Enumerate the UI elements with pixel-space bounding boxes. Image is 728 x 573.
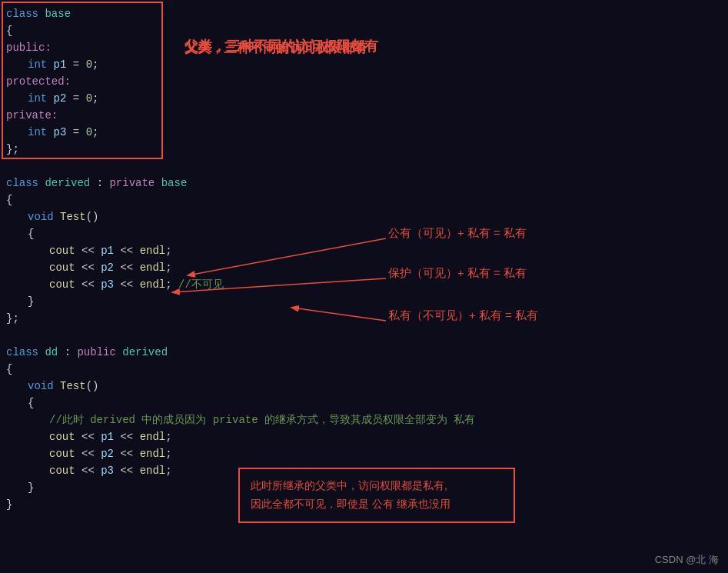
line-int-p3: int p3 = 0; — [0, 125, 728, 142]
base-derived-name: derived — [122, 345, 168, 361]
endl-dd-3: endl — [140, 463, 166, 480]
comment-dd: //此时 derived 中的成员因为 private 的继承方式，导致其成员权… — [49, 412, 475, 429]
line-comment-dd: //此时 derived 中的成员因为 private 的继承方式，导致其成员权… — [0, 412, 728, 429]
semi-p1: ; — [92, 57, 98, 74]
line-close-dd: } — [0, 497, 728, 514]
op-eq-p3: = — [66, 125, 85, 142]
semi-cout3: ; — [165, 277, 178, 294]
op-dd-4: << — [114, 446, 140, 463]
op-dd-6: << — [114, 463, 140, 480]
keyword-private: private: — [6, 108, 58, 125]
op-5: << — [75, 277, 101, 294]
line-open-test1: { — [0, 226, 728, 243]
var-p1: p1 — [54, 57, 67, 74]
op-2: << — [114, 243, 140, 260]
class-name-base: base — [45, 6, 71, 23]
class-name-dd: dd — [45, 345, 58, 361]
main-container: class base { public: int p1 = 0; protect… — [0, 0, 728, 573]
keyword-public: public: — [6, 40, 52, 57]
comment-invisible: //不可见 — [178, 277, 224, 294]
func-test1: Test — [60, 209, 86, 226]
line-cout-p1: cout << p1 << endl; — [0, 243, 728, 260]
cout-2: cout — [49, 260, 75, 277]
semi-cout1: ; — [165, 243, 171, 260]
num-0-p3: 0 — [86, 125, 92, 142]
brace-close-semi-base: }; — [6, 142, 19, 158]
parens-test1: () — [86, 209, 99, 226]
keyword-int-p3: int — [28, 125, 54, 142]
op-dd-2: << — [114, 429, 140, 446]
num-0-p1: 0 — [86, 57, 92, 74]
op-dd-1: << — [75, 429, 101, 446]
class-name-derived: derived — [45, 175, 90, 192]
cout-1: cout — [49, 243, 75, 260]
keyword-class: class — [6, 6, 45, 23]
line-class-derived: class derived : private base — [0, 175, 728, 192]
keyword-void-1: void — [28, 209, 60, 226]
op-1: << — [75, 243, 101, 260]
colon-derived: : — [90, 175, 109, 192]
endl-3: endl — [140, 277, 166, 294]
keyword-private-inh: private — [109, 175, 161, 192]
var-p3-use: p3 — [101, 277, 114, 294]
keyword-class-dd: class — [6, 345, 45, 361]
semi-dd-1: ; — [165, 429, 171, 446]
line-blank-2 — [0, 328, 728, 345]
var-dd-p1: p1 — [101, 429, 114, 446]
semi-p3: ; — [92, 125, 98, 142]
brace-open-test2: { — [28, 395, 34, 412]
brace-open-dd: { — [6, 361, 12, 378]
line-open-derived: { — [0, 192, 728, 209]
endl-2: endl — [140, 260, 166, 277]
watermark: CSDN @北 海 — [655, 553, 719, 567]
line-close-derived: }; — [0, 311, 728, 328]
var-dd-p3: p3 — [101, 463, 114, 480]
line-int-p2: int p2 = 0; — [0, 91, 728, 108]
endl-1: endl — [140, 243, 166, 260]
line-void-test1: void Test() — [0, 209, 728, 226]
line-close-test2: } — [0, 480, 728, 497]
var-p2-use: p2 — [101, 260, 114, 277]
op-6: << — [114, 277, 140, 294]
colon-dd: : — [58, 345, 77, 361]
op-eq-p2: = — [66, 91, 85, 108]
brace-close-dd: } — [6, 497, 12, 514]
line-class-base: class base — [0, 6, 728, 23]
brace-close-test2: } — [28, 480, 34, 497]
line-open-brace-1: { — [0, 23, 728, 40]
line-cout-p3: cout << p3 << endl; //不可见 — [0, 277, 728, 294]
cout-3: cout — [49, 277, 75, 294]
op-3: << — [75, 260, 101, 277]
cout-dd-2: cout — [49, 446, 75, 463]
brace-close-semi-derived: }; — [6, 311, 19, 328]
line-public: public: — [0, 40, 728, 57]
var-p3: p3 — [54, 125, 67, 142]
line-cout-dd-p1: cout << p1 << endl; — [0, 429, 728, 446]
code-area: class base { public: int p1 = 0; protect… — [0, 0, 728, 573]
line-close-test1: } — [0, 294, 728, 311]
line-class-dd: class dd : public derived — [0, 345, 728, 361]
brace-open-test1: { — [28, 226, 34, 243]
line-int-p1: int p1 = 0; — [0, 57, 728, 74]
func-test2: Test — [60, 378, 86, 395]
op-dd-5: << — [75, 463, 101, 480]
line-open-dd: { — [0, 361, 728, 378]
line-close-base: }; — [0, 142, 728, 158]
base-class-name: base — [161, 175, 188, 192]
semi-dd-2: ; — [165, 446, 171, 463]
line-cout-dd-p3: cout << p3 << endl; — [0, 463, 728, 480]
keyword-void-2: void — [28, 378, 60, 395]
endl-dd-1: endl — [140, 429, 166, 446]
op-dd-3: << — [75, 446, 101, 463]
keyword-int-p1: int — [28, 57, 54, 74]
parens-test2: () — [86, 378, 99, 395]
op-eq-p1: = — [66, 57, 85, 74]
keyword-protected: protected: — [6, 74, 71, 91]
semi-cout2: ; — [165, 260, 171, 277]
line-blank-1 — [0, 158, 728, 175]
var-dd-p2: p2 — [101, 446, 114, 463]
line-protected: protected: — [0, 74, 728, 91]
brace-open-derived: { — [6, 192, 12, 209]
line-void-test2: void Test() — [0, 378, 728, 395]
line-cout-p2: cout << p2 << endl; — [0, 260, 728, 277]
